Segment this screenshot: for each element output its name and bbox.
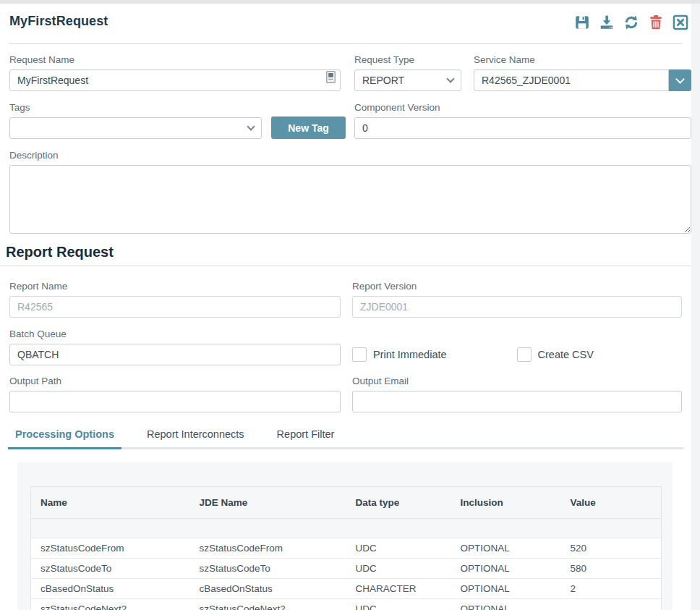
input-assist-icon [326,71,336,86]
service-name-input[interactable] [474,69,669,91]
table-row[interactable]: szStatusCodeTo szStatusCodeTo UDC OPTION… [31,559,662,579]
request-name-input[interactable] [9,69,341,91]
tab-report-filter[interactable]: Report Filter [270,421,342,449]
component-version-label: Component Version [354,102,691,113]
output-path-label: Output Path [9,376,341,386]
save-icon [574,14,590,30]
cell-data-type: CHARACTER [346,579,451,599]
header: MyFirstRequest [0,4,691,40]
description-label: Description [9,150,691,161]
cell-jde-name: cBasedOnStatus [190,579,346,599]
column-header-data-type: Data type [346,487,451,519]
request-type-label: Request Type [354,54,461,65]
table-row[interactable]: cBasedOnStatus cBasedOnStatus CHARACTER … [31,579,662,599]
description-textarea[interactable] [9,165,691,234]
batch-queue-label: Batch Queue [9,329,341,339]
header-actions [573,14,688,30]
request-editor: MyFirstRequest [0,4,691,610]
page-title: MyFirstRequest [9,14,108,29]
cell-inclusion: OPTIONAL [451,579,560,599]
tab-report-interconnects[interactable]: Report Interconnects [140,421,252,449]
close-button[interactable] [672,14,688,30]
cell-inclusion: OPTIONAL [451,599,560,610]
refresh-icon [623,14,639,30]
print-immediate-checkbox[interactable] [352,347,367,362]
chevron-down-icon [675,75,685,84]
output-email-label: Output Email [352,376,682,386]
request-type-value: REPORT [362,70,404,90]
delete-button[interactable] [647,14,664,30]
batch-queue-input[interactable] [9,344,341,365]
refresh-button[interactable] [623,14,639,30]
header-divider [9,43,682,44]
service-name-label: Service Name [474,54,691,65]
report-request-heading: Report Request [6,244,691,260]
section-divider [0,266,691,266]
create-csv-option[interactable]: Create CSV [517,347,594,362]
processing-options-panel: Name JDE Name Data type Inclusion Value … [17,462,673,610]
trash-icon [648,14,664,30]
download-icon [599,14,615,30]
download-button[interactable] [598,14,615,30]
cell-jde-name: szStatusCodeNext2 [190,599,346,610]
cell-value: 2 [561,579,662,599]
output-email-input[interactable] [352,391,682,412]
cell-data-type: UDC [346,559,451,579]
tab-processing-options[interactable]: Processing Options [8,421,121,449]
cell-data-type: UDC [346,538,451,559]
create-csv-checkbox[interactable] [517,347,532,362]
tab-bar: Processing Options Report Interconnects … [8,421,683,449]
report-name-input [9,296,341,318]
cell-name: szStatusCodeTo [31,559,190,579]
cell-value [561,599,662,610]
cell-jde-name: szStatusCodeFrom [190,538,346,559]
table-row[interactable]: szStatusCodeFrom szStatusCodeFrom UDC OP… [31,538,662,559]
cell-value: 580 [561,559,662,579]
table-row[interactable]: szStatusCodeNext2 szStatusCodeNext2 UDC … [31,599,662,610]
request-name-label: Request Name [9,54,341,65]
tags-label: Tags [9,102,262,113]
report-version-label: Report Version [352,281,682,292]
report-name-label: Report Name [9,281,341,292]
save-button[interactable] [573,14,590,30]
table-header-row: Name JDE Name Data type Inclusion Value [31,487,662,519]
create-csv-label: Create CSV [538,349,594,360]
cell-inclusion: OPTIONAL [451,559,560,579]
cell-value: 520 [561,538,662,559]
service-name-dropdown-button[interactable] [669,69,691,91]
column-header-inclusion: Inclusion [451,487,560,519]
tags-select[interactable] [9,117,262,139]
report-version-input [352,296,682,318]
column-header-name: Name [31,487,190,519]
cell-name: szStatusCodeNext2 [31,599,190,610]
cell-jde-name: szStatusCodeTo [190,559,346,579]
component-version-input[interactable] [354,117,691,139]
column-header-jde-name: JDE Name [190,487,346,519]
new-tag-button[interactable]: New Tag [271,117,346,139]
print-immediate-option[interactable]: Print Immediate [352,347,447,362]
cell-name: szStatusCodeFrom [31,538,190,559]
processing-options-table: Name JDE Name Data type Inclusion Value … [30,486,662,610]
print-immediate-label: Print Immediate [373,349,447,360]
close-icon [673,14,688,30]
cell-inclusion: OPTIONAL [451,538,560,559]
output-path-input[interactable] [9,391,341,412]
filter-row [31,519,662,538]
cell-data-type: UDC [346,599,451,610]
column-header-value: Value [561,487,662,519]
request-type-select[interactable]: REPORT [354,69,461,91]
cell-name: cBasedOnStatus [31,579,190,599]
